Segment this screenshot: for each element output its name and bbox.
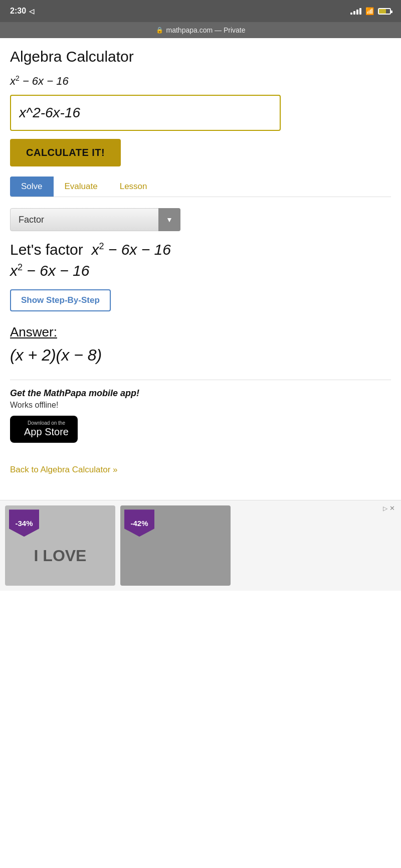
tabs-container: Solve Evaluate Lesson [10,177,391,197]
app-promo-title: Get the MathPapa mobile app! [10,388,391,399]
answer-expression: (x + 2)(x − 8) [10,346,391,365]
lock-icon: 🔒 [156,27,163,34]
lets-factor-text: Let's factor x2 − 6x − 16 [10,241,391,258]
factor-dropdown-wrapper[interactable]: Factor Solve Simplify [10,208,180,231]
divider [10,380,391,380]
signal-icon [350,8,361,15]
ad-controls: ▷ ✕ [383,504,395,512]
ad-play-icon: ▷ [383,505,387,512]
tab-evaluate[interactable]: Evaluate [54,177,109,197]
answer-label: Answer: [10,324,391,340]
url-text: mathpapa.com — Private [166,26,246,34]
calculate-button[interactable]: CALCULATE IT! [10,139,121,166]
time-display: 2:30 [10,7,26,16]
expression-line: x2 − 6x − 16 [10,262,391,279]
ad-product-1[interactable]: -34% I LOVE [5,505,115,586]
ad-close-icon[interactable]: ✕ [389,504,395,512]
app-promo: Get the MathPapa mobile app! Works offli… [10,388,391,455]
appstore-button[interactable]: Download on the App Store [10,416,78,443]
back-to-calculator-link[interactable]: Back to Algebra Calculator » [10,465,391,475]
dropdown-container: Factor Solve Simplify [10,208,391,231]
discount-badge-2: -42% [124,509,154,537]
location-icon: ◁ [29,8,34,15]
tab-lesson[interactable]: Lesson [109,177,158,197]
battery-icon [378,8,391,15]
ad-section: ▷ ✕ -34% I LOVE -42% [0,500,401,591]
tab-solve[interactable]: Solve [10,177,54,197]
factor-dropdown[interactable]: Factor Solve Simplify [10,208,180,231]
expression-input[interactable] [10,95,281,131]
page-title: Algebra Calculator [10,48,391,65]
status-bar: 2:30 ◁ 📶 [0,0,401,22]
wifi-icon: 📶 [365,7,374,15]
url-bar[interactable]: 🔒 mathpapa.com — Private [0,22,401,38]
main-content: Algebra Calculator x2 − 6x − 16 CALCULAT… [0,38,401,500]
discount-badge-1: -34% [9,509,39,537]
ad-product-2[interactable]: -42% [120,505,231,586]
ad-product-text-1: I LOVE [34,547,87,565]
app-promo-subtitle: Works offline! [10,401,391,410]
step-by-step-button[interactable]: Show Step-By-Step [10,289,111,311]
expression-display: x2 − 6x − 16 [10,74,391,88]
appstore-text: Download on the App Store [24,421,69,438]
